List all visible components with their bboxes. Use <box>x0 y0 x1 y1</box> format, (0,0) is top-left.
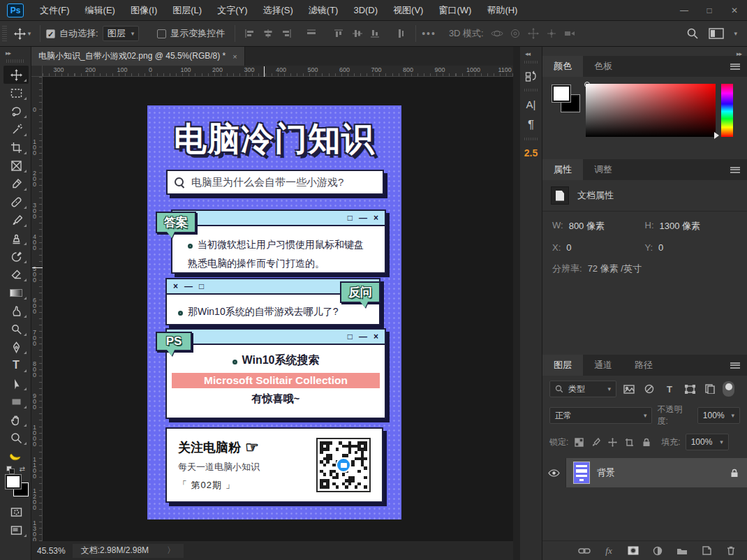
layer-name[interactable]: 背景 <box>597 466 615 479</box>
banana-plugin-icon[interactable] <box>3 447 29 465</box>
delete-layer-icon[interactable] <box>725 545 737 557</box>
layer-thumbnail[interactable] <box>573 462 590 484</box>
paragraph-panel-icon[interactable]: ¶ <box>520 115 542 135</box>
type-tool[interactable]: T <box>3 356 29 374</box>
clone-stamp-tool[interactable] <box>3 229 29 247</box>
quick-mask-button[interactable] <box>3 503 29 521</box>
3d-roll-icon[interactable] <box>506 26 524 41</box>
status-chevron-icon[interactable]: 〉 <box>167 545 175 557</box>
lasso-tool[interactable] <box>3 102 29 120</box>
eraser-tool[interactable] <box>3 265 29 283</box>
path-selection-tool[interactable] <box>3 374 29 392</box>
hand-tool[interactable] <box>3 411 29 429</box>
foreground-color-swatch[interactable] <box>552 85 570 102</box>
opacity-dropdown[interactable]: 100% ▾ <box>697 407 740 424</box>
pen-tool[interactable] <box>3 338 29 356</box>
3d-orbit-icon[interactable] <box>488 26 506 41</box>
default-colors-icon[interactable]: ⇄ <box>3 465 29 475</box>
move-tool[interactable] <box>3 66 29 84</box>
tab-adjustments[interactable]: 调整 <box>583 159 623 180</box>
panel-menu-icon[interactable] <box>730 167 740 173</box>
crop-tool[interactable] <box>3 138 29 156</box>
screen-mode-button[interactable] <box>3 521 29 539</box>
filter-pixel-layers-icon[interactable] <box>621 382 637 396</box>
w-value[interactable]: 800 像素 <box>569 220 605 233</box>
tab-channels[interactable]: 通道 <box>583 355 623 376</box>
3d-pan-icon[interactable] <box>524 26 542 41</box>
horizontal-ruler[interactable]: 3002001000100200300400500600700800900100… <box>43 66 513 77</box>
3d-camera-icon[interactable] <box>561 26 579 41</box>
foreground-background-swatches[interactable] <box>3 475 29 499</box>
menu-select[interactable]: 选择(S) <box>255 0 300 21</box>
maximize-button[interactable]: □ <box>697 0 722 20</box>
plugin-panel-2-5[interactable]: 2.5 <box>520 142 542 163</box>
show-transform-checkbox[interactable]: ✓ <box>157 29 166 38</box>
blend-mode-dropdown[interactable]: 正常 ▾ <box>549 407 652 424</box>
filter-shape-layers-icon[interactable] <box>682 382 697 396</box>
layer-selected-area[interactable]: 背景 <box>566 458 747 487</box>
align-top-icon[interactable] <box>330 26 348 41</box>
y-value[interactable]: 0 <box>658 242 663 253</box>
h-value[interactable]: 1300 像素 <box>660 220 701 233</box>
minimize-button[interactable]: — <box>672 0 697 20</box>
menu-3d[interactable]: 3D(D) <box>346 0 385 21</box>
tab-properties[interactable]: 属性 <box>542 159 583 180</box>
healing-brush-tool[interactable] <box>3 193 29 211</box>
align-middle-v-icon[interactable] <box>348 26 367 41</box>
3d-slide-icon[interactable] <box>542 26 561 41</box>
strip-expand-icon[interactable]: ◂◂ <box>520 47 542 59</box>
lock-pixels-icon[interactable] <box>590 436 602 448</box>
link-layers-icon[interactable] <box>578 545 591 557</box>
menu-layer[interactable]: 图层(L) <box>165 0 209 21</box>
tab-swatches[interactable]: 色板 <box>583 56 623 77</box>
layer-row-background[interactable]: 背景 <box>542 458 747 487</box>
layer-filter-dropdown[interactable]: 类型 ▾ <box>549 381 616 397</box>
distribute-h-icon[interactable] <box>302 26 320 41</box>
workspace-switcher-icon[interactable] <box>709 28 724 39</box>
menu-edit[interactable]: 编辑(E) <box>77 0 123 21</box>
tab-color[interactable]: 颜色 <box>542 56 583 77</box>
menu-type[interactable]: 文字(Y) <box>209 0 255 21</box>
close-button[interactable]: ✕ <box>722 0 747 20</box>
history-panel-icon[interactable] <box>520 66 542 87</box>
ruler-corner[interactable] <box>31 66 43 77</box>
auto-select-checkbox[interactable]: ✓ <box>46 29 55 38</box>
menu-image[interactable]: 图像(I) <box>123 0 165 21</box>
add-mask-icon[interactable] <box>627 545 639 557</box>
filter-toggle[interactable] <box>723 381 734 397</box>
chevron-down-icon[interactable]: ▾ <box>734 30 737 37</box>
marquee-tool[interactable] <box>3 84 29 102</box>
vertical-ruler[interactable]: 0100200300400500600700800900100011001200… <box>31 77 43 541</box>
auto-select-target-dropdown[interactable]: 图层 ▾ <box>103 26 140 41</box>
fill-dropdown[interactable]: 100% ▾ <box>686 434 729 450</box>
zoom-level[interactable]: 45.53% <box>31 546 73 556</box>
color-saturation-field[interactable] <box>586 84 716 137</box>
move-tool-preview[interactable]: ▾ <box>10 24 34 43</box>
new-layer-icon[interactable] <box>700 545 713 557</box>
character-panel-icon[interactable]: A| <box>520 94 542 115</box>
layer-style-icon[interactable]: fx <box>602 545 615 557</box>
tab-paths[interactable]: 路径 <box>623 355 664 376</box>
search-icon[interactable] <box>686 27 699 40</box>
zoom-tool[interactable] <box>3 429 29 447</box>
menu-help[interactable]: 帮助(H) <box>479 0 525 21</box>
canvas-scrollbar-track[interactable] <box>513 47 520 560</box>
filter-adjustment-layers-icon[interactable] <box>642 382 657 396</box>
swap-colors-icon[interactable]: ⇄ <box>20 465 25 473</box>
brush-tool[interactable] <box>3 211 29 229</box>
tab-close-icon[interactable]: × <box>232 52 237 61</box>
lock-position-icon[interactable] <box>607 436 619 448</box>
lock-all-icon[interactable] <box>640 436 652 448</box>
history-brush-tool[interactable] <box>3 247 29 265</box>
menu-window[interactable]: 窗口(W) <box>431 0 479 21</box>
toolbar-collapse-icon[interactable]: ▸▸ <box>0 47 31 58</box>
shape-tool[interactable] <box>3 392 29 411</box>
x-value[interactable]: 0 <box>566 242 571 253</box>
smudge-tool[interactable] <box>3 302 29 320</box>
frame-tool[interactable] <box>3 156 29 175</box>
eyedropper-tool[interactable] <box>3 175 29 193</box>
gradient-tool[interactable] <box>3 283 29 302</box>
tab-layers[interactable]: 图层 <box>542 355 583 376</box>
magic-wand-tool[interactable] <box>3 120 29 138</box>
filter-smart-objects-icon[interactable] <box>702 382 718 396</box>
